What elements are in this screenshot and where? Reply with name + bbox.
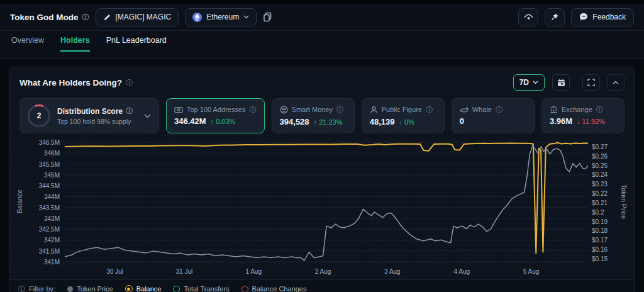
info-icon[interactable]: ⓘ: [18, 286, 25, 292]
x-tick-label: 4 Aug: [453, 268, 470, 275]
app-title: Token God Mode: [10, 13, 79, 22]
distribution-title: Distribution Score: [57, 107, 123, 116]
distribution-score-card[interactable]: 2 Distribution Score ⓘ Top 100 hold 98% …: [19, 98, 159, 133]
y-axis-right-title: Token Price: [618, 138, 630, 264]
watch-button[interactable]: [518, 8, 538, 26]
smart-money-icon: [280, 106, 288, 114]
tab-pnl-leaderboard[interactable]: PnL Leaderboard: [106, 36, 167, 50]
stat-label: Smart Money: [292, 106, 333, 113]
y-tick-label: $0.27: [592, 143, 608, 150]
stat-change: ↑ 0.03%: [211, 118, 236, 125]
y-tick-label: 343.5M: [39, 205, 60, 211]
stat-value: 394,528: [280, 117, 309, 126]
score-gauge: 2: [28, 104, 50, 127]
calendar-button[interactable]: [552, 74, 570, 91]
stat-card-smart-money[interactable]: Smart Money ⓘ 394,528 ↑ 21.23%: [272, 98, 355, 133]
chevron-down-icon: [533, 81, 538, 84]
chat-bubble-icon: [579, 13, 588, 21]
y-tick-label: $0.19: [592, 218, 608, 225]
tab-overview[interactable]: Overview: [11, 36, 44, 50]
y-tick-label: $0.15: [592, 256, 608, 262]
stat-card-exchange[interactable]: Exchange ⓘ 3.96M ↓ 11.92%: [541, 98, 625, 133]
x-tick-label: 5 Aug: [523, 268, 540, 275]
y-tick-label: 344.5M: [39, 182, 60, 189]
token-price-line: [65, 146, 588, 261]
stat-value: 3.96M: [550, 116, 572, 126]
feedback-button[interactable]: Feedback: [571, 8, 634, 26]
calendar-icon: [557, 79, 565, 87]
collapse-button[interactable]: [607, 74, 625, 91]
chevron-down-icon: [243, 15, 249, 19]
stat-value: 0: [460, 116, 464, 126]
chain-select-button[interactable]: Ethereum: [185, 8, 257, 26]
fullscreen-icon: [587, 79, 595, 86]
stat-label: Exchange: [562, 106, 592, 113]
tab-holders[interactable]: Holders: [60, 36, 90, 52]
holders-panel: What Are Holders Doing? ⓘ 7D 2 Distribut…: [9, 67, 635, 292]
filter-option-label: Balance Changes: [252, 285, 307, 292]
y-tick-label: 346M: [44, 150, 60, 157]
y-tick-label: $0.16: [592, 246, 608, 253]
chevron-up-icon: [613, 81, 619, 85]
eye-icon: [524, 13, 533, 21]
total-transfers-ring-icon: [173, 286, 180, 292]
filter-bar: ⓘ Filter by: Token Price Balance Total T…: [9, 279, 635, 292]
filter-option-balance[interactable]: Balance: [125, 285, 162, 292]
filter-option-label: Total Transfers: [184, 285, 229, 292]
chevron-down-icon[interactable]: [144, 114, 151, 118]
stat-change: ↓ 11.92%: [577, 118, 605, 125]
y-axis-left-ticks: 346.5M346M345.5M345M344.5M344M343.5M343M…: [25, 138, 65, 264]
time-range-dropdown[interactable]: 7D: [513, 74, 545, 91]
holders-chart-svg: [65, 138, 588, 264]
balance-line: [65, 143, 588, 254]
stat-label: Top 100 Addresses: [187, 106, 246, 113]
info-icon[interactable]: ⓘ: [250, 106, 257, 113]
y-tick-label: $0.21: [592, 199, 608, 206]
y-tick-label: 343M: [44, 215, 60, 222]
fullscreen-button[interactable]: [582, 74, 600, 91]
info-icon[interactable]: ⓘ: [82, 14, 89, 21]
x-axis-ticks: 30 Jul31 Jul1 Aug2 Aug3 Aug4 Aug5 Aug: [65, 264, 588, 278]
pin-icon: [550, 13, 559, 21]
chart-plot-area: [65, 138, 588, 264]
pin-button[interactable]: [545, 8, 565, 26]
feedback-label: Feedback: [592, 13, 626, 21]
y-tick-label: $0.22: [592, 190, 608, 197]
distribution-texts: Distribution Score ⓘ Top 100 hold 98% su…: [57, 107, 137, 125]
y-tick-label: 341.5M: [39, 248, 60, 255]
y-tick-label: 344M: [44, 193, 60, 200]
copy-icon[interactable]: [263, 12, 272, 22]
filter-by-label: ⓘ Filter by:: [18, 285, 55, 292]
y-tick-label: $0.23: [592, 181, 608, 188]
y-tick-label: $0.2: [592, 209, 604, 216]
distribution-subtitle: Top 100 hold 98% supply: [57, 118, 137, 125]
filter-option-balance-changes[interactable]: Balance Changes: [242, 285, 307, 292]
token-select-button[interactable]: [MAGIC] MAGIC: [96, 8, 179, 26]
pencil-icon: [103, 13, 111, 21]
y-tick-label: $0.24: [592, 171, 608, 178]
info-icon[interactable]: ⓘ: [126, 108, 133, 115]
y-axis-left-title: Balance: [14, 138, 25, 264]
x-tick-label: 31 Jul: [176, 268, 193, 275]
info-icon[interactable]: ⓘ: [596, 106, 603, 113]
y-tick-label: 342M: [44, 237, 60, 244]
stat-card-top100-addresses[interactable]: Top 100 Addresses ⓘ 346.42M ↑ 0.03%: [166, 98, 265, 133]
tab-bar: Overview Holders PnL Leaderboard: [0, 31, 644, 59]
y-tick-label: 341M: [44, 259, 60, 266]
stat-change: ↑ 21.23%: [314, 118, 343, 126]
y-tick-label: $0.26: [592, 153, 608, 160]
filter-option-token-price[interactable]: Token Price: [67, 285, 113, 292]
info-icon[interactable]: ⓘ: [496, 106, 502, 113]
y-tick-label: $0.25: [592, 162, 608, 169]
info-icon[interactable]: ⓘ: [426, 106, 433, 113]
token-price-dot-icon: [67, 286, 73, 292]
panel-title: What Are Holders Doing?: [19, 78, 122, 87]
stat-card-public-figure[interactable]: Public Figure ⓘ 48,139 ↑ 0%: [362, 98, 445, 133]
stat-card-whale[interactable]: Whale ⓘ 0: [452, 98, 535, 133]
info-icon[interactable]: ⓘ: [126, 79, 133, 86]
filter-option-total-transfers[interactable]: Total Transfers: [173, 285, 229, 292]
token-name-label: [MAGIC] MAGIC: [116, 13, 172, 21]
top-bar: Token God Mode ⓘ [MAGIC] MAGIC Ethereum …: [0, 4, 644, 31]
info-icon[interactable]: ⓘ: [336, 106, 343, 113]
banknote-icon: [174, 106, 183, 113]
